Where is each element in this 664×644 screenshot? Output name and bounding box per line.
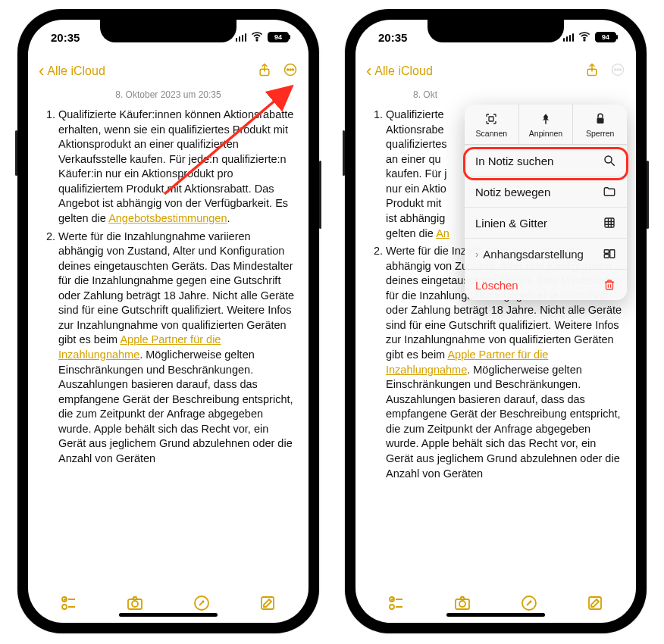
more-button[interactable] <box>610 62 625 80</box>
list-item: Qualifizierte Käufer:innen können Aktion… <box>58 108 295 227</box>
compose-button[interactable] <box>586 594 604 612</box>
battery-icon: 94 <box>268 32 289 42</box>
camera-button[interactable] <box>126 594 144 612</box>
home-indicator[interactable] <box>446 613 545 617</box>
menu-search-in-note[interactable]: In Notiz suchen <box>465 145 627 176</box>
chevron-left-icon: ‹ <box>366 63 371 80</box>
svg-point-20 <box>619 69 621 70</box>
pin-icon <box>539 112 553 126</box>
svg-rect-39 <box>604 250 609 254</box>
checklist-button[interactable] <box>60 594 78 612</box>
back-label: Alle iCloud <box>374 64 432 78</box>
svg-rect-30 <box>545 120 547 124</box>
svg-rect-34 <box>605 218 614 227</box>
svg-point-8 <box>62 605 67 609</box>
share-button[interactable] <box>584 62 600 80</box>
note-body[interactable]: Qualifizierte Käufer:innen können Aktion… <box>28 100 309 583</box>
note-timestamp: 8. Oktober 2023 um 20:35 <box>28 89 309 100</box>
more-button[interactable] <box>283 62 298 80</box>
nav-bar: ‹ Alle iCloud <box>28 55 309 88</box>
search-icon <box>603 154 616 167</box>
screen-right: 20:35 94 ‹ Alle iCloud <box>355 20 636 623</box>
chevron-left-icon: ‹ <box>39 63 44 80</box>
svg-point-32 <box>605 156 612 163</box>
back-label: Alle iCloud <box>47 64 105 78</box>
svg-rect-42 <box>606 282 613 289</box>
menu-lock[interactable]: Sperren <box>572 105 627 144</box>
status-right: 94 <box>563 29 617 46</box>
markup-button[interactable] <box>520 594 538 612</box>
back-button[interactable]: ‹ Alle iCloud <box>366 63 433 80</box>
svg-point-15 <box>584 39 585 41</box>
link-angebotsbestimmungen[interactable]: Angebotsbestimmungen <box>108 212 227 224</box>
cellular-signal-icon <box>236 33 247 42</box>
menu-lines-grid[interactable]: Linien & Gitter <box>465 207 627 238</box>
bottom-toolbar <box>28 583 309 623</box>
phone-right: 20:35 94 ‹ Alle iCloud <box>345 9 647 633</box>
svg-point-3 <box>287 69 289 70</box>
note-timestamp: 8. Okt <box>355 89 636 100</box>
wifi-icon <box>577 29 592 46</box>
status-time: 20:35 <box>378 31 407 44</box>
svg-point-4 <box>290 69 291 70</box>
svg-point-23 <box>390 605 394 609</box>
home-indicator[interactable] <box>119 613 218 617</box>
trash-icon <box>603 278 616 292</box>
checklist-button[interactable] <box>387 594 406 612</box>
phone-left: 20:35 94 ‹ Alle iCloud <box>17 9 319 633</box>
svg-point-18 <box>615 69 616 70</box>
svg-rect-29 <box>489 117 493 121</box>
compose-button[interactable] <box>258 594 277 612</box>
share-button[interactable] <box>257 62 272 80</box>
svg-rect-41 <box>610 250 615 258</box>
cellular-signal-icon <box>563 33 575 42</box>
scan-icon <box>484 112 498 126</box>
screen-left: 20:35 94 ‹ Alle iCloud <box>28 20 309 623</box>
menu-move-note[interactable]: Notiz bewegen <box>465 176 627 207</box>
svg-point-26 <box>459 601 465 607</box>
menu-delete[interactable]: Löschen <box>465 269 627 300</box>
link-angebotsbestimmungen[interactable]: An <box>436 227 449 239</box>
svg-point-19 <box>617 69 619 70</box>
bottom-toolbar <box>355 583 636 623</box>
svg-rect-31 <box>597 118 603 124</box>
context-menu: Scannen Anpinnen Sperren In Notiz suchen… <box>465 105 627 300</box>
camera-button[interactable] <box>453 594 471 612</box>
folder-icon <box>603 185 616 199</box>
svg-line-33 <box>611 162 615 166</box>
markup-button[interactable] <box>193 594 211 612</box>
wifi-icon <box>249 29 265 46</box>
nav-bar: ‹ Alle iCloud <box>355 55 636 88</box>
list-item: Werte für die Inzahlungnahme variieren a… <box>58 230 295 467</box>
lock-icon <box>594 112 607 126</box>
chevron-right-icon: › <box>475 249 478 260</box>
battery-icon: 94 <box>595 32 616 42</box>
status-time: 20:35 <box>51 31 80 44</box>
svg-point-0 <box>256 39 258 41</box>
svg-point-5 <box>292 69 293 70</box>
menu-scan[interactable]: Scannen <box>465 105 518 144</box>
notch <box>100 20 236 42</box>
menu-attachment-view[interactable]: ›Anhangsdarstellung <box>465 238 627 269</box>
menu-top-actions: Scannen Anpinnen Sperren <box>465 105 627 145</box>
attachment-layout-icon <box>603 247 616 261</box>
menu-pin[interactable]: Anpinnen <box>518 105 573 144</box>
grid-icon <box>603 216 616 230</box>
svg-rect-40 <box>604 255 609 258</box>
svg-point-11 <box>132 601 138 607</box>
notch <box>428 20 564 42</box>
status-right: 94 <box>236 29 290 46</box>
back-button[interactable]: ‹ Alle iCloud <box>39 63 105 80</box>
